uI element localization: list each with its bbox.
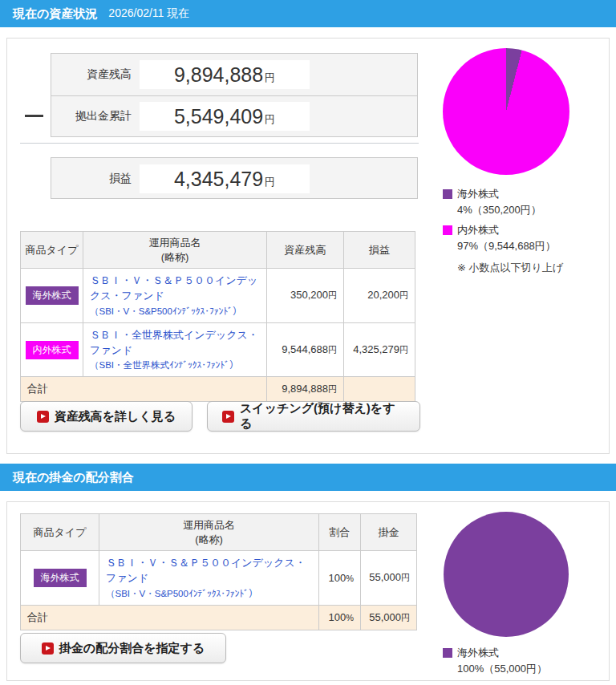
switching-button[interactable]: スイッチング(預け替え)をする	[207, 401, 420, 432]
product-type-cell: 内外株式	[21, 322, 83, 377]
product-type-cell: 海外株式	[21, 269, 83, 323]
allocation-panel: 商品タイプ 運用商品名 (略称) 割合 掛金 海外株式 ＳＢＩ・Ｖ・Ｓ＆Ｐ５００…	[6, 501, 610, 681]
total-profit-loss-cell	[344, 377, 415, 402]
product-name-cell: ＳＢＩ・Ｖ・Ｓ＆Ｐ５００インデックス・ファンド （SBI・V・S&P500ｲﾝﾃ…	[83, 269, 267, 323]
product-type-badge: 内外株式	[26, 341, 79, 359]
col-header-profit-loss: 損益	[344, 232, 415, 269]
assets-pie-chart	[443, 48, 569, 175]
asset-balance-value: 9,894,888	[174, 63, 263, 87]
contribution-total-value: 5,549,409	[174, 105, 263, 128]
product-type-badge: 海外株式	[34, 569, 87, 587]
assets-table: 商品タイプ 運用商品名 (略称) 資産残高 損益 海外株式 ＳＢＩ・Ｖ・Ｓ＆Ｐ５…	[20, 231, 415, 402]
profit-loss-value-box: 4,345,479 円	[140, 164, 310, 193]
col-header-amount: 掛金	[361, 514, 417, 551]
col-header-balance: 資産残高	[267, 232, 344, 269]
table-row: 内外株式 ＳＢＩ・全世界株式インデックス・ファンド （SBI・全世界株式ｲﾝﾃﾞ…	[21, 322, 415, 377]
ratio-cell: 100%	[319, 551, 361, 606]
contribution-total-unit: 円	[265, 112, 275, 127]
col-header-product-type: 商品タイプ	[21, 232, 83, 269]
legend-swatch-domestic-foreign	[443, 225, 452, 235]
profit-loss-unit: 円	[265, 175, 275, 189]
legend-detail-overseas: 100%（55,000円）	[457, 662, 547, 676]
section-title: 現在の掛金の配分割合	[13, 470, 134, 485]
legend-detail-domestic-foreign: 97%（9,544,688円）	[457, 239, 563, 253]
legend-label-overseas: 海外株式	[457, 646, 499, 660]
legend-item-domestic-foreign: 内外株式 97%（9,544,688円）	[443, 223, 563, 253]
legend-label-overseas: 海外株式	[457, 187, 499, 201]
profit-loss-cell: 20,200円	[344, 269, 415, 323]
set-allocation-button[interactable]: 掛金の配分割合を指定する	[20, 633, 226, 663]
total-balance-cell: 9,894,888円	[267, 377, 344, 402]
assets-buttons: 資産残高を詳しく見る スイッチング(預け替え)をする	[20, 401, 420, 432]
col-header-product-name: 運用商品名 (略称)	[83, 232, 267, 269]
fund-short-name[interactable]: （SBI・V・S&P500ｲﾝﾃﾞｯｸｽ･ﾌｧﾝﾄﾞ）	[90, 306, 260, 318]
fund-short-name[interactable]: （SBI・全世界株式ｲﾝﾃﾞｯｸｽ･ﾌｧﾝﾄﾞ）	[90, 359, 260, 371]
contribution-total-value-box: 5,549,409 円	[140, 102, 310, 131]
col-header-product-type: 商品タイプ	[21, 514, 99, 551]
asset-balance-value-box: 9,894,888 円	[140, 60, 310, 89]
legend-swatch-overseas	[443, 648, 452, 658]
allocation-pie-chart	[444, 512, 569, 637]
product-type-cell: 海外株式	[21, 551, 99, 606]
profit-loss-label: 損益	[51, 172, 132, 186]
fund-name-link[interactable]: ＳＢＩ・全世界株式インデックス・ファンド	[90, 328, 260, 359]
profit-loss-box: 損益 4,345,479 円	[51, 157, 418, 199]
equals-divider	[20, 143, 419, 144]
play-icon	[37, 411, 49, 423]
rounding-note: ※ 小数点以下切り上げ	[457, 261, 563, 275]
assets-panel: 資産残高 9,894,888 円 拠出金累計 5,549,409 円 損益 4,…	[6, 38, 610, 454]
profit-loss-cell: 4,325,279円	[344, 322, 415, 377]
legend-label-domestic-foreign: 内外株式	[457, 223, 499, 237]
col-header-ratio: 割合	[319, 514, 361, 551]
table-row: 海外株式 ＳＢＩ・Ｖ・Ｓ＆Ｐ５００インデックス・ファンド （SBI・V・S&P5…	[21, 269, 415, 323]
allocation-table-header-row: 商品タイプ 運用商品名 (略称) 割合 掛金	[21, 514, 417, 551]
table-row: 海外株式 ＳＢＩ・Ｖ・Ｓ＆Ｐ５００インデックス・ファンド （SBI・V・S&P5…	[21, 551, 417, 606]
total-ratio-cell: 100%	[319, 605, 361, 630]
col-header-product-name: 運用商品名 (略称)	[99, 514, 319, 551]
allocation-buttons: 掛金の配分割合を指定する	[20, 633, 226, 663]
assets-pie-legend: 海外株式 4%（350,200円） 内外株式 97%（9,544,688円） ※…	[443, 187, 563, 275]
fund-short-name[interactable]: （SBI・V・S&P500ｲﾝﾃﾞｯｸｽ･ﾌｧﾝﾄﾞ）	[106, 588, 312, 600]
view-balance-detail-button[interactable]: 資産残高を詳しく見る	[20, 401, 192, 432]
allocation-total-row: 合計 100% 55,000円	[21, 605, 417, 630]
total-label: 合計	[21, 377, 267, 402]
legend-detail-overseas: 4%（350,200円）	[457, 203, 563, 217]
section-title: 現在の資産状況	[13, 6, 97, 22]
product-type-badge: 海外株式	[26, 286, 79, 305]
total-label: 合計	[21, 605, 319, 630]
asset-balance-unit: 円	[265, 71, 275, 85]
contribution-total-row: 拠出金累計 5,549,409 円	[51, 95, 417, 136]
asset-balance-row: 資産残高 9,894,888 円	[51, 54, 417, 95]
fund-name-link[interactable]: ＳＢＩ・Ｖ・Ｓ＆Ｐ５００インデックス・ファンド	[90, 274, 260, 304]
play-icon	[42, 642, 54, 655]
assets-total-row: 合計 9,894,888円	[21, 377, 415, 402]
allocation-pie-legend: 海外株式 100%（55,000円）	[443, 646, 547, 682]
amount-cell: 55,000円	[361, 551, 417, 606]
legend-item-overseas: 海外株式 4%（350,200円）	[443, 187, 563, 217]
product-name-cell: ＳＢＩ・Ｖ・Ｓ＆Ｐ５００インデックス・ファンド （SBI・V・S&P500ｲﾝﾃ…	[99, 551, 319, 606]
legend-item-overseas: 海外株式 100%（55,000円）	[443, 646, 547, 676]
as-of-date: 2026/02/11 現在	[108, 6, 189, 21]
allocation-table: 商品タイプ 運用商品名 (略称) 割合 掛金 海外株式 ＳＢＩ・Ｖ・Ｓ＆Ｐ５００…	[20, 513, 417, 630]
balance-cell: 9,544,688円	[267, 322, 344, 377]
contribution-total-label: 拠出金累計	[51, 109, 132, 124]
minus-sign	[25, 115, 43, 117]
profit-loss-row: 損益 4,345,479 円	[51, 158, 417, 200]
asset-balance-label: 資産残高	[51, 67, 132, 82]
assets-table-header-row: 商品タイプ 運用商品名 (略称) 資産残高 損益	[21, 232, 415, 269]
play-icon	[222, 411, 234, 423]
profit-loss-value: 4,345,479	[174, 168, 263, 191]
product-name-cell: ＳＢＩ・全世界株式インデックス・ファンド （SBI・全世界株式ｲﾝﾃﾞｯｸｽ･ﾌ…	[83, 322, 267, 377]
balance-contrib-box: 資産残高 9,894,888 円 拠出金累計 5,549,409 円	[51, 53, 418, 137]
legend-swatch-overseas	[443, 189, 452, 199]
section-header-assets: 現在の資産状況 2026/02/11 現在	[0, 0, 616, 27]
total-amount-cell: 55,000円	[361, 605, 417, 630]
fund-name-link[interactable]: ＳＢＩ・Ｖ・Ｓ＆Ｐ５００インデックス・ファンド	[106, 556, 312, 586]
section-header-allocation: 現在の掛金の配分割合	[0, 464, 616, 491]
balance-cell: 350,200円	[267, 269, 344, 323]
